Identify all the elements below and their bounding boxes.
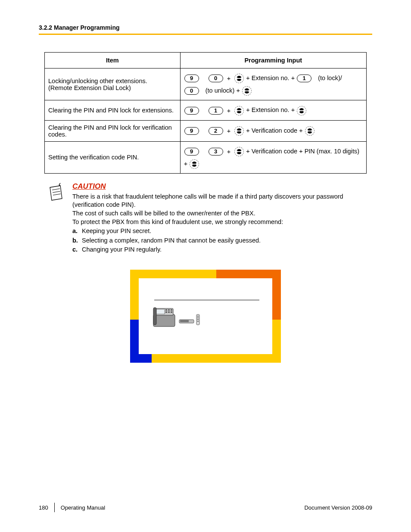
svg-rect-8 [168,309,170,311]
table-row: Locking/unlocking other extensions. (Rem… [45,68,367,100]
page-number: 180 [39,504,48,511]
enter-icon [242,86,252,96]
illustration-frame [130,270,281,363]
doc-version: Document Version 2008-09 [304,504,372,511]
seq-text: + Verification code + PIN (max. 10 digit… [246,148,359,155]
svg-rect-12 [171,311,172,313]
table-row: Setting the verification code PIN. 9 3 +… [45,141,367,173]
key-1: 1 [297,75,311,82]
caution-paragraph: The cost of such calls will be billed to… [72,209,359,218]
seq-text: + Extension no. + [246,106,295,113]
table-row: Clearing the PIN and PIN lock for verifi… [45,120,367,141]
item-text: Clearing the PIN and PIN lock for extens… [45,100,181,120]
enter-icon [234,74,244,83]
key-1: 1 [209,107,223,115]
key-0: 0 [184,87,199,95]
col-item-header: Item [45,53,181,68]
item-text: (Remote Extension Dial Lock) [48,84,177,91]
key-3: 3 [209,148,223,156]
section-heading: 3.2.2 Manager Programming [26,24,385,34]
seq-text: + [184,160,187,167]
col-input-header: Programming Input [180,53,366,68]
item-text: Clearing the PIN and PIN lock for verifi… [45,120,181,141]
key-9: 9 [184,75,199,82]
enter-icon [234,126,244,136]
svg-rect-20 [197,321,199,322]
caution-paragraph: There is a risk that fraudulent telephon… [72,193,359,209]
svg-rect-7 [165,309,167,311]
item-text: Locking/unlocking other extensions. [48,78,177,84]
note-icon [47,183,65,202]
enter-icon [234,147,244,156]
caution-title: CAUTION [72,182,359,191]
svg-rect-19 [197,319,199,320]
table-row: Clearing the PIN and PIN lock for extens… [45,100,367,120]
programming-table: Item Programming Input Locking/unlocking… [44,52,367,174]
svg-rect-6 [156,309,165,314]
item-text: Setting the verification code PIN. [45,141,181,173]
list-item: c.Changing your PIN regularly. [72,246,359,254]
key-9: 9 [184,107,199,115]
phone-icon [153,305,204,328]
manual-title: Operating Manual [61,504,105,511]
svg-line-3 [59,183,62,184]
caution-paragraph: To protect the PBX from this kind of fra… [72,218,359,227]
svg-rect-17 [197,316,199,317]
seq-text: + Extension no. + [246,75,295,81]
page-footer: 180 Operating Manual Document Version 20… [39,503,372,512]
svg-rect-13 [153,308,156,325]
key-0: 0 [209,75,223,82]
svg-rect-10 [165,311,167,313]
section-rule [39,34,372,35]
list-item: b.Selecting a complex, random PIN that c… [72,236,359,245]
key-2: 2 [209,127,223,135]
seq-text: (to unlock) + [206,87,240,94]
enter-icon [234,106,244,115]
enter-icon [297,106,306,115]
svg-rect-9 [171,309,172,311]
seq-text: + Verification code + [246,127,302,134]
seq-text: (to lock)/ [318,75,342,81]
key-9: 9 [184,127,199,135]
enter-icon [190,159,199,169]
list-item: a.Keeping your PIN secret. [72,227,359,236]
footer-divider [54,503,55,512]
svg-rect-18 [197,317,199,318]
key-9: 9 [184,148,199,156]
svg-rect-15 [180,320,189,322]
svg-rect-11 [168,311,170,313]
enter-icon [305,126,314,136]
plus-text: + [227,72,230,84]
